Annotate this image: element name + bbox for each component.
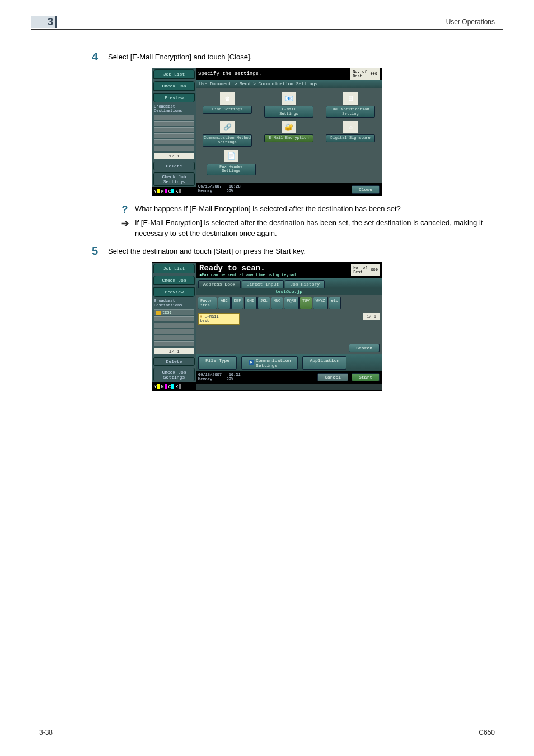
start-button[interactable]: Start [352, 373, 380, 381]
email-encryption-button[interactable]: 🔐 E-Mail Encryption [265, 121, 313, 146]
model-name: C650 [479, 729, 495, 736]
check-job-tab[interactable]: Check Job [153, 276, 195, 285]
check-job-settings-button[interactable]: Check Job Settings [153, 172, 195, 186]
flag-icon: ⚑ [249, 360, 254, 365]
panel-title: Specify the settings. [198, 71, 261, 77]
line-settings-button[interactable]: ☎ Line Settings [203, 92, 251, 118]
alpha-mno[interactable]: MNO [271, 297, 284, 309]
dest-count-box: No. of Dest. 000 [351, 264, 380, 276]
job-list-tab[interactable]: Job List [153, 69, 195, 79]
delete-button[interactable]: Delete [153, 162, 195, 170]
list-item [154, 335, 194, 340]
phone-icon: ☎ [220, 92, 235, 105]
check-job-settings-button[interactable]: Check Job Settings [153, 368, 195, 381]
alpha-def[interactable]: DEF [231, 297, 244, 309]
search-host: test@co.jp [196, 288, 382, 295]
result-page-indicator: 1/ 1 [363, 313, 380, 320]
fax-header-button[interactable]: 📄 Fax Header Settings [207, 150, 255, 175]
document-icon: 📄 [224, 150, 238, 162]
mail-icon [156, 311, 161, 315]
screenshot-ready-to-scan: Job List Check Job Preview Broadcast Des… [152, 262, 382, 391]
application-button[interactable]: Application [302, 356, 346, 370]
list-item [154, 121, 194, 126]
step-number-4: 4 [31, 50, 108, 63]
alpha-tuv[interactable]: TUV [299, 297, 312, 309]
preview-tab[interactable]: Preview [153, 93, 195, 102]
job-list-tab[interactable]: Job List [153, 264, 195, 273]
alpha-jkl[interactable]: JKL [257, 297, 270, 309]
sidebar-page-indicator: 1/ 1 [154, 348, 194, 354]
url-notification-button[interactable]: 🖥 URL Notification Setting [326, 92, 374, 118]
ready-title: Ready to scan. [196, 263, 349, 273]
sidebar-page-indicator: 1/ 1 [154, 153, 194, 159]
tab-direct-input[interactable]: Direct Input [242, 280, 284, 288]
broadcast-destinations-label: Broadcast Destinations [152, 298, 196, 309]
list-item [154, 133, 194, 138]
header-rule [31, 29, 503, 30]
step-4-text: Select [E-Mail Encryption] and touch [Cl… [108, 50, 503, 63]
tab-address-book[interactable]: Address Book [198, 280, 241, 288]
address-chip[interactable]: ✉ E-Mail test [198, 313, 240, 325]
lock-mail-icon: 🔐 [282, 121, 296, 133]
alpha-pqrs[interactable]: PQRS [284, 297, 299, 309]
list-item [154, 127, 194, 132]
search-button[interactable]: Search [349, 344, 380, 352]
check-job-tab[interactable]: Check Job [153, 81, 195, 91]
alpha-wxyz[interactable]: WXYZ [313, 297, 328, 309]
signature-icon: ✍ [343, 121, 358, 133]
communication-method-button[interactable]: 🔗 Communication Method Settings [203, 121, 251, 146]
status-bar: 06/15/2007 10:28 Memory 99% [198, 185, 241, 193]
dest-count-box: No. of Dest. 000 [350, 68, 380, 80]
list-item [154, 115, 194, 120]
alpha-favorites[interactable]: Favor- ites [198, 297, 217, 309]
list-item [154, 341, 194, 346]
step-number-5: 5 [31, 245, 108, 258]
section-title: User Operations [446, 18, 495, 26]
chapter-number: 3 [31, 16, 57, 28]
close-button[interactable]: Close [352, 185, 380, 194]
mail-list-icon: 📧 [282, 92, 296, 105]
alpha-etc[interactable]: etc [329, 297, 341, 309]
question-mark-icon: ? [120, 204, 129, 216]
preview-tab[interactable]: Preview [153, 287, 195, 297]
communication-settings-button[interactable]: ⚑ Communication Settings [241, 356, 298, 370]
destination-entry[interactable]: test [154, 309, 194, 315]
toner-indicator: Y M C K [152, 187, 196, 195]
arrow-icon: ➔ [120, 218, 129, 228]
list-item [154, 146, 194, 151]
step-5-text: Select the destination and touch [Start]… [108, 245, 503, 258]
list-item [154, 316, 194, 321]
screenshot-comm-settings: Job List Check Job Preview Broadcast Des… [152, 68, 382, 196]
question-text: What happens if [E-Mail Encryption] is s… [135, 204, 503, 214]
tab-job-history[interactable]: Job History [285, 280, 325, 288]
network-icon: 🔗 [220, 121, 235, 133]
file-type-button[interactable]: File Type [198, 356, 237, 370]
status-bar: 06/15/2007 10:31 Memory 99% [198, 373, 241, 381]
toner-indicator: Y M C K [152, 382, 196, 390]
monitor-icon: 🖥 [343, 92, 358, 105]
breadcrumb: Use Document > Send > Communication Sett… [196, 80, 382, 88]
alpha-abc[interactable]: ABC [218, 297, 231, 309]
ready-subtitle: ●Fax can be sent at any time using keypa… [196, 273, 349, 278]
digital-signature-button[interactable]: ✍ Digital Signature [326, 121, 374, 146]
cancel-button[interactable]: Cancel [317, 373, 348, 381]
alpha-ghi[interactable]: GHI [244, 297, 257, 309]
broadcast-destinations-label: Broadcast Destinations [152, 104, 196, 114]
email-settings-button[interactable]: 📧 E-Mail Settings [265, 92, 313, 118]
list-item [154, 139, 194, 144]
page-number: 3-38 [39, 729, 53, 736]
answer-text: If [E-Mail Encryption] is selected after… [135, 218, 503, 239]
list-item [154, 323, 194, 328]
delete-button[interactable]: Delete [153, 357, 195, 366]
list-item [154, 329, 194, 334]
